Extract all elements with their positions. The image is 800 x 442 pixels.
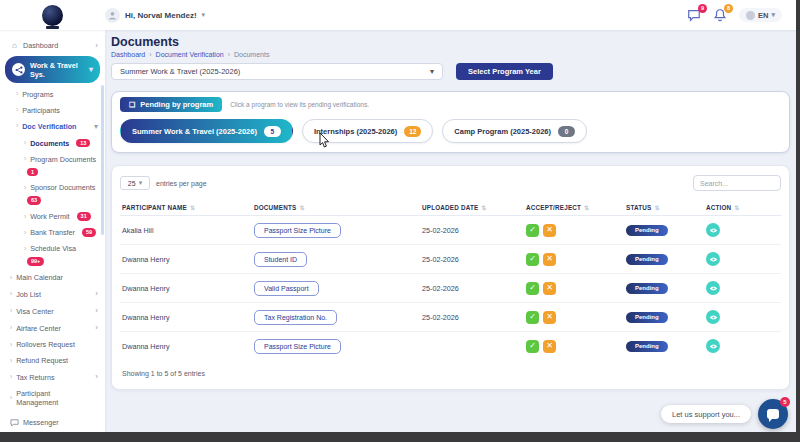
support-chat-button[interactable]: 5 [758, 399, 788, 429]
sidebar-item-doc-verification[interactable]: › Doc Verification ▾ [0, 118, 105, 135]
sort-icon[interactable]: ⇅ [654, 205, 659, 211]
reject-button[interactable]: ✕ [543, 253, 556, 266]
sidebar-item-program-documents[interactable]: › Program Documents 1 [0, 151, 105, 180]
sidebar-item-programs[interactable]: › Programs [0, 86, 105, 102]
breadcrumb-documents: Documents [234, 51, 269, 58]
program-select-row: Summer Work & Travel (2025-2026) ▾ Selec… [111, 63, 790, 80]
sidebar-item-documents[interactable]: › Documents 13 [0, 135, 105, 151]
sidebar-item-work-travel-sys[interactable]: Work & Travel Sys. ▾ [5, 56, 100, 83]
document-button[interactable]: Tax Registration No. [254, 310, 337, 325]
view-button[interactable] [706, 252, 720, 266]
greeting-text: Hi, Norval Mendez! [125, 11, 197, 20]
chevron-right-icon: › [95, 289, 98, 299]
sidebar-item-main-calendar[interactable]: › Main Calendar [0, 270, 105, 286]
column-header-documents[interactable]: DOCUMENTS⇅ [254, 204, 422, 211]
document-button[interactable]: Passport Size Picture [254, 339, 341, 354]
sidebar-item-label: Visa Center [16, 307, 53, 316]
accept-reject-cell: ✓ ✕ [526, 224, 626, 237]
participant-name: Dwanna Henry [122, 255, 254, 264]
reject-button[interactable]: ✕ [543, 311, 556, 324]
sidebar-item-label: Sponsor Documents [30, 183, 95, 192]
sidebar-item-label: Work Permit [30, 212, 69, 221]
accept-button[interactable]: ✓ [526, 253, 539, 266]
view-button[interactable] [706, 223, 720, 237]
x-icon: ✕ [546, 226, 553, 234]
accept-button[interactable]: ✓ [526, 311, 539, 324]
reject-button[interactable]: ✕ [543, 282, 556, 295]
program-pill-camp-program[interactable]: Camp Program (2025-2026) 0 [442, 119, 587, 143]
sidebar-item-dashboard[interactable]: ⌂ Dashboard › [0, 37, 105, 54]
sidebar-item-rollovers-request[interactable]: › Rollovers Request [0, 337, 105, 353]
panel-hint: Click a program to view its pending veri… [230, 101, 369, 108]
sidebar-item-airfare-center[interactable]: › Airfare Center › [0, 320, 105, 337]
sort-icon[interactable]: ⇅ [584, 205, 589, 211]
sidebar: ⌂ Dashboard › Work & Travel Sys. ▾ › Pro… [0, 30, 105, 432]
sidebar-scrollbar[interactable] [101, 85, 104, 235]
column-header-uploaded-date[interactable]: UPLOADED DATE⇅ [422, 204, 526, 211]
globe-icon [746, 11, 755, 20]
reject-button[interactable]: ✕ [543, 224, 556, 237]
sort-icon[interactable]: ⇅ [481, 205, 486, 211]
window-scrollbar[interactable] [796, 0, 800, 442]
sidebar-item-label: Airfare Center [16, 324, 61, 333]
entries-per-page-label: entries per page [156, 180, 207, 187]
sort-icon[interactable]: ⇅ [190, 205, 195, 211]
reject-button[interactable]: ✕ [543, 340, 556, 353]
breadcrumb-dashboard[interactable]: Dashboard [111, 51, 145, 58]
entries-per-page-select[interactable]: 25 ▾ [120, 176, 150, 190]
bullet-icon: › [24, 184, 26, 192]
sidebar-item-refund-request[interactable]: › Refund Request [0, 353, 105, 369]
accept-button[interactable]: ✓ [526, 282, 539, 295]
notifications-badge: 8 [724, 4, 733, 13]
check-icon: ✓ [529, 342, 536, 350]
document-button[interactable]: Valid Passport [254, 281, 319, 296]
participant-name: Dwanna Henry [122, 342, 254, 351]
entries-per-page-value: 25 [128, 180, 136, 187]
column-header-accept-reject[interactable]: ACCEPT/REJECT⇅ [526, 204, 626, 211]
accept-button[interactable]: ✓ [526, 224, 539, 237]
status-badge: Pending [626, 312, 668, 323]
breadcrumb-document-verification[interactable]: Document Verification [156, 51, 224, 58]
brand-logo[interactable] [0, 5, 105, 26]
sidebar-item-messenger[interactable]: Messenger [0, 415, 105, 431]
support-chat-label[interactable]: Let us support you... [661, 405, 751, 423]
main-content: Documents Dashboard › Document Verificat… [105, 30, 796, 432]
language-selector[interactable]: EN ▾ [739, 8, 782, 22]
view-button[interactable] [706, 310, 720, 324]
document-button[interactable]: Passport Size Picture [254, 223, 341, 238]
chat-bubble-icon [767, 409, 779, 419]
document-button[interactable]: Student ID [254, 252, 307, 267]
sidebar-item-participants[interactable]: › Participants [0, 102, 105, 118]
user-menu[interactable]: Hi, Norval Mendez! ▾ [105, 8, 205, 23]
sidebar-item-sponsor-documents[interactable]: › Sponsor Documents 63 [0, 180, 105, 209]
sort-icon[interactable]: ⇅ [299, 205, 304, 211]
sidebar-item-work-permit[interactable]: › Work Permit 31 [0, 209, 105, 225]
program-pill-summer-work-travel[interactable]: Summer Work & Travel (2025-2026) 5 [120, 119, 293, 143]
pending-by-program-chip[interactable]: ❏ Pending by program [120, 97, 222, 112]
sidebar-item-job-list[interactable]: › Job List › [0, 286, 105, 303]
sidebar-item-participant-management[interactable]: › Participant Management [0, 386, 86, 411]
view-button[interactable] [706, 281, 720, 295]
documents-table-card: 25 ▾ entries per page PARTICIPANT NAME⇅ … [111, 165, 790, 390]
sidebar-item-bank-transfer[interactable]: › Bank Transfer 59 [0, 225, 105, 241]
chat-unread-badge: 5 [780, 397, 790, 407]
sidebar-item-label: Tax Returns [16, 373, 54, 382]
status-badge: Pending [626, 283, 668, 294]
program-pill-internships[interactable]: Internships (2025-2026) 12 [302, 119, 433, 143]
messages-button[interactable]: 9 [687, 8, 702, 23]
notifications-button[interactable]: 8 [713, 8, 728, 23]
sort-icon[interactable]: ⇅ [734, 205, 739, 211]
accept-button[interactable]: ✓ [526, 340, 539, 353]
column-header-participant-name[interactable]: PARTICIPANT NAME⇅ [122, 204, 254, 211]
view-button[interactable] [706, 339, 720, 353]
search-input[interactable] [693, 175, 781, 191]
select-program-year-button[interactable]: Select Program Year [456, 63, 553, 80]
column-header-status[interactable]: STATUS⇅ [626, 204, 706, 211]
person-icon [108, 11, 117, 20]
sidebar-item-tax-returns[interactable]: › Tax Returns › [0, 369, 105, 386]
column-header-action[interactable]: ACTION⇅ [706, 204, 779, 211]
sidebar-item-visa-center[interactable]: › Visa Center › [0, 303, 105, 320]
participant-name: Dwanna Henry [122, 284, 254, 293]
program-year-select[interactable]: Summer Work & Travel (2025-2026) ▾ [111, 63, 443, 80]
sidebar-item-schedule-visa[interactable]: › Schedule Visa 99+ [0, 241, 105, 270]
